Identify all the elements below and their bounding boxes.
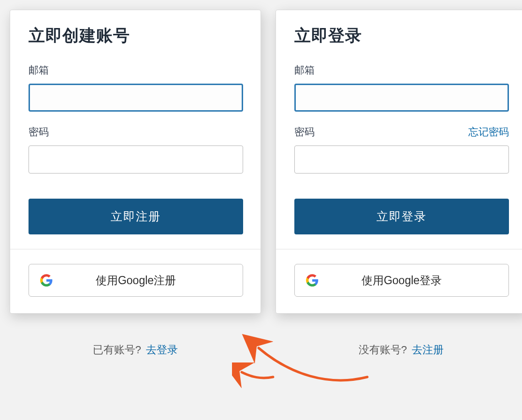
login-password-input[interactable] [294,145,509,174]
login-password-label: 密码 [294,125,315,139]
register-password-input[interactable] [29,145,243,174]
register-switch-row: 已有账号? 去登录 [10,343,261,357]
register-email-input[interactable] [29,84,243,112]
register-google-button[interactable]: 使用Google注册 [29,264,243,297]
register-google-label: 使用Google注册 [96,273,176,288]
login-card: 立即登录 邮箱 密码 忘记密码 立即登录 [276,10,522,314]
register-email-label: 邮箱 [29,63,49,77]
already-have-account-text: 已有账号? [93,344,141,356]
register-card: 立即创建账号 邮箱 密码 立即注册 使 [10,10,261,314]
go-register-link[interactable]: 去注册 [412,344,444,356]
google-logo-icon [305,274,319,287]
login-google-label: 使用Google登录 [362,273,442,288]
go-login-link[interactable]: 去登录 [146,344,178,356]
no-account-text: 没有账号? [359,344,407,356]
login-email-label: 邮箱 [294,63,315,77]
register-title: 立即创建账号 [29,25,243,47]
login-email-input[interactable] [294,84,509,112]
login-google-button[interactable]: 使用Google登录 [294,264,509,297]
login-submit-button[interactable]: 立即登录 [294,199,509,234]
register-password-label: 密码 [29,125,49,139]
register-submit-button[interactable]: 立即注册 [29,199,243,234]
forgot-password-link[interactable]: 忘记密码 [468,125,509,139]
google-logo-icon [40,274,53,287]
login-switch-row: 没有账号? 去注册 [276,343,522,357]
login-title: 立即登录 [294,25,509,47]
